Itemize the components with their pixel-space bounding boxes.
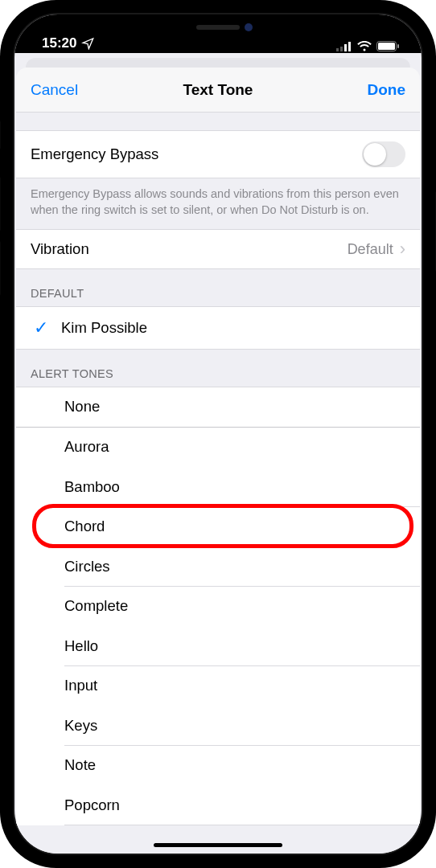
navigation-bar: Cancel Text Tone Done [16, 68, 420, 113]
alert-tone-row[interactable]: Bamboo [16, 467, 420, 507]
alert-tone-label: Keys [64, 717, 97, 735]
alert-tone-row[interactable]: Circles [16, 547, 420, 587]
vibration-value: Default [348, 241, 393, 258]
emergency-bypass-switch[interactable] [362, 141, 405, 167]
alert-tone-row[interactable]: Hello [16, 626, 420, 666]
svg-rect-0 [336, 48, 339, 51]
chevron-right-icon: › [400, 240, 405, 258]
alert-tone-label: Bamboo [64, 478, 120, 496]
alert-tone-label: Note [64, 756, 96, 774]
alert-tone-label: Complete [64, 597, 128, 615]
default-tone-label: Kim Possible [61, 319, 147, 337]
alert-tone-row[interactable]: Input [16, 666, 420, 706]
alert-tone-row[interactable]: Note [16, 746, 420, 786]
emergency-bypass-row[interactable]: Emergency Bypass [16, 130, 420, 178]
svg-rect-5 [378, 43, 395, 50]
default-section-header: DEFAULT [16, 269, 420, 306]
alert-tone-label: Input [64, 677, 97, 694]
checkmark-icon: ✓ [34, 317, 48, 338]
battery-icon [376, 41, 399, 51]
navigation-icon [81, 37, 94, 50]
text-tone-modal: Cancel Text Tone Done Emergency Bypass [16, 68, 420, 854]
cellular-signal-icon [336, 42, 352, 51]
emergency-bypass-footer: Emergency Bypass allows sounds and vibra… [16, 178, 420, 229]
alert-tone-row[interactable]: Chord [16, 507, 420, 547]
done-button[interactable]: Done [368, 81, 406, 99]
svg-rect-3 [348, 42, 351, 51]
settings-scroll[interactable]: Emergency Bypass Emergency Bypass allows… [16, 113, 420, 854]
vibration-row[interactable]: Vibration Default › [16, 229, 420, 269]
alert-tone-label: Circles [64, 558, 110, 575]
alert-tone-row[interactable]: None [16, 387, 420, 428]
svg-rect-1 [340, 47, 343, 51]
alert-tone-row[interactable]: Keys [16, 706, 420, 746]
alert-tone-label: Hello [64, 637, 98, 655]
alert-tone-label: Chord [64, 518, 105, 535]
wifi-icon [357, 41, 372, 51]
device-notch [134, 14, 302, 40]
alert-tone-row[interactable]: Aurora [16, 428, 420, 468]
svg-rect-2 [344, 44, 347, 51]
alert-tone-label: None [64, 398, 100, 416]
svg-rect-6 [397, 44, 399, 48]
vibration-label: Vibration [31, 240, 89, 258]
default-tone-row[interactable]: ✓ Kim Possible [16, 306, 420, 350]
alert-tone-row[interactable]: Popcorn [16, 785, 420, 825]
cancel-button[interactable]: Cancel [31, 81, 78, 99]
status-time: 15:20 [42, 35, 76, 51]
alert-tone-label: Popcorn [64, 796, 120, 814]
alert-tone-row[interactable]: Complete [16, 587, 420, 627]
alert-tones-header: ALERT TONES [16, 350, 420, 387]
home-indicator[interactable] [154, 843, 282, 847]
alert-tone-label: Aurora [64, 438, 109, 456]
emergency-bypass-label: Emergency Bypass [31, 145, 158, 163]
